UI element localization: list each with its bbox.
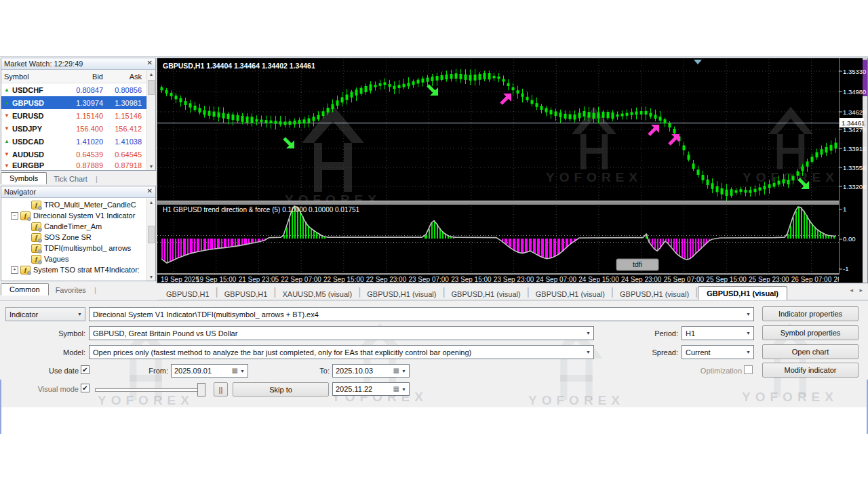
scroll-thumb[interactable] xyxy=(148,80,155,95)
symbol-value: GBPUSD, Great Britain Pound vs US Dollar xyxy=(93,329,237,338)
period-value: H1 xyxy=(686,329,695,338)
market-watch-scrollbar[interactable]: ▲ ▼ xyxy=(146,70,155,170)
market-watch-row[interactable]: ▲USDCHF0.808470.80856 xyxy=(1,83,155,96)
indicator-path-select[interactable]: Direcional System V1 Indicator\TDFI(mult… xyxy=(89,307,754,321)
model-select[interactable]: Open prices only (fastest method to anal… xyxy=(89,345,594,359)
market-watch-row[interactable]: ▼AUDUSD0.645390.64545 xyxy=(1,148,155,161)
modify-indicator-button[interactable]: Modify indicator xyxy=(762,363,859,378)
symbol-cell: ▼EURGBP xyxy=(1,161,68,169)
chart-tab[interactable]: GBPUSD,H1 (visual) xyxy=(614,287,695,300)
chart-ohlc-title: GBPUSD,H1 1.34404 1.34464 1.34402 1.3446… xyxy=(163,62,315,70)
yoforex-watermark-text: YOFOREX xyxy=(742,390,838,404)
chevron-down-icon[interactable]: ▼ xyxy=(401,369,406,373)
navigator-item-label: CandleTimer_Am xyxy=(44,222,102,230)
spread-select[interactable]: Current▼ xyxy=(682,345,754,359)
symbol-cell: ▲USDCAD xyxy=(1,138,68,146)
to-date-field[interactable]: 2025.10.03 ▦▼ xyxy=(332,364,410,378)
price-axis-label: 1.33550 xyxy=(843,164,866,171)
spread-value: Current xyxy=(686,348,711,357)
visual-mode-checkbox[interactable]: ✔ xyxy=(81,384,90,392)
fx-dot xyxy=(38,249,42,253)
chevron-down-icon[interactable]: ▼ xyxy=(240,369,245,373)
navigator-item-label: Direcional System V1 Indicator xyxy=(33,211,135,220)
market-watch-row[interactable]: ▲GBPUSD1.309741.30981 xyxy=(1,96,155,109)
chart-tab[interactable]: GBPUSD,H1 (visual) xyxy=(361,287,442,300)
chart-tab[interactable]: GBPUSD,H1 (visual) xyxy=(530,287,611,300)
expand-icon[interactable]: + xyxy=(11,266,18,274)
navigator-item[interactable]: −fDirecional System V1 Indicator xyxy=(1,210,155,221)
navigator-item-label: SOS Zone SR xyxy=(44,233,92,241)
symbol-name: USDCAD xyxy=(12,138,44,146)
calendar-icon[interactable]: ▦ xyxy=(232,367,238,374)
column-symbol[interactable]: Symbol xyxy=(1,73,68,81)
visual-speed-slider-track[interactable] xyxy=(95,388,205,392)
calendar-icon[interactable]: ▦ xyxy=(393,386,399,392)
navigator-item[interactable]: +fSystem TSO strat MT4Indicator: xyxy=(1,264,155,275)
chart-tab[interactable]: GBPUSD,H1 xyxy=(218,287,274,300)
market-watch-titlebar: Market Watch: 12:29:49 ✕ xyxy=(1,58,155,70)
use-date-checkbox[interactable]: ✔ xyxy=(81,365,90,374)
ask-cell: 0.87918 xyxy=(106,161,145,169)
tester-mode-select[interactable]: Indicator▼ xyxy=(5,307,85,321)
uptick-icon: ▲ xyxy=(4,87,10,93)
market-watch-row[interactable]: ▼EURUSD1.151401.15146 xyxy=(1,109,155,122)
market-watch-row[interactable]: ▼EURGBP0.878890.87918 xyxy=(1,161,155,170)
navigator-item[interactable]: fSOS Zone SR xyxy=(1,232,155,243)
close-icon[interactable]: ✕ xyxy=(147,59,153,66)
from-date-field[interactable]: 2025.09.01 ▦▼ xyxy=(171,364,248,378)
symbol-properties-button[interactable]: Symbol properties xyxy=(762,325,859,340)
time-axis-label: 24 Sep 23:00 xyxy=(621,276,662,283)
chart-tab[interactable]: XAUUSD,M5 (visual) xyxy=(276,287,358,300)
navigator-tabs: Common Favorites | xyxy=(1,281,156,296)
navigator-item[interactable]: fVagues xyxy=(1,253,155,264)
navigator-scrollbar[interactable]: ▲ ▼ xyxy=(146,199,155,281)
tabs-scroll-left-icon[interactable]: ◂ xyxy=(850,287,853,293)
tab-favorites[interactable]: Favorites xyxy=(49,284,93,296)
navigator-item-label: TDFI(multisymbol_ arrows xyxy=(44,244,131,252)
navigator-item[interactable]: fTDFI(multisymbol_ arrows xyxy=(1,243,155,253)
optimization-checkbox[interactable] xyxy=(744,365,753,374)
indicator-fx-icon: f xyxy=(31,233,41,242)
tabs-scroll-right-icon[interactable]: ▸ xyxy=(859,287,863,293)
price-chart[interactable]: YOFOREXYOFOREXYOFOREXtdfiGBPUSD,H1 1.344… xyxy=(157,58,867,283)
scroll-down-icon[interactable]: ▼ xyxy=(147,274,155,279)
visual-speed-slider-handle[interactable] xyxy=(197,383,205,396)
period-label: Period: xyxy=(620,329,678,338)
indicator-fx-icon: f xyxy=(31,244,41,253)
column-ask[interactable]: Ask xyxy=(106,73,145,81)
skip-to-button[interactable]: Skip to xyxy=(233,382,329,396)
navigator-item[interactable]: fTRO_Multi_Meter_CandleC xyxy=(1,199,155,210)
scroll-thumb[interactable] xyxy=(148,226,155,243)
pause-button[interactable]: || xyxy=(214,382,228,396)
uptick-icon: ▲ xyxy=(4,100,10,106)
chart-tab[interactable]: GBPUSD,H1 (visual) xyxy=(446,287,527,300)
open-chart-button[interactable]: Open chart xyxy=(762,344,859,359)
collapse-icon[interactable]: − xyxy=(11,212,18,220)
tab-tick-chart[interactable]: Tick Chart xyxy=(47,173,94,184)
chevron-down-icon[interactable]: ▼ xyxy=(401,387,406,392)
navigator-item[interactable]: fCandleTimer_Am xyxy=(1,221,155,232)
tab-common[interactable]: Common xyxy=(1,283,49,296)
tab-symbols[interactable]: Symbols xyxy=(1,172,47,184)
symbol-select[interactable]: GBPUSD, Great Britain Pound vs US Dollar… xyxy=(89,326,594,340)
period-select[interactable]: H1▼ xyxy=(682,326,754,340)
close-icon[interactable]: ✕ xyxy=(147,187,153,195)
column-bid[interactable]: Bid xyxy=(68,73,106,81)
chart-tab[interactable]: GBPUSD,H1 xyxy=(160,287,216,300)
calendar-icon[interactable]: ▦ xyxy=(393,367,399,374)
time-axis[interactable]: 19 Sep 202519 Sep 15:0021 Sep 23:0522 Se… xyxy=(161,276,867,283)
to-label: To: xyxy=(296,367,330,375)
skip-date-field[interactable]: 2025.11.22 ▦▼ xyxy=(332,382,410,396)
market-watch-row[interactable]: ▲USDCAD1.410201.41038 xyxy=(1,135,155,148)
skip-date-value: 2025.11.22 xyxy=(336,385,372,393)
chart-tab-active[interactable]: GBPUSD,H1 (visual) xyxy=(698,286,787,300)
symbol-name: EURUSD xyxy=(12,112,43,120)
scroll-down-icon[interactable]: ▼ xyxy=(147,164,155,169)
scroll-up-icon[interactable]: ▲ xyxy=(147,72,155,77)
market-watch-row[interactable]: ▼USDJPY156.400156.412 xyxy=(1,122,155,135)
pause-label: || xyxy=(218,386,222,394)
chart-window[interactable]: YOFOREXYOFOREXYOFOREXtdfiGBPUSD,H1 1.344… xyxy=(157,58,868,283)
indicator-properties-button[interactable]: Indicator properties xyxy=(762,306,859,321)
scroll-up-icon[interactable]: ▲ xyxy=(147,200,155,205)
time-axis-label: 22 Sep 15:00 xyxy=(323,276,364,283)
